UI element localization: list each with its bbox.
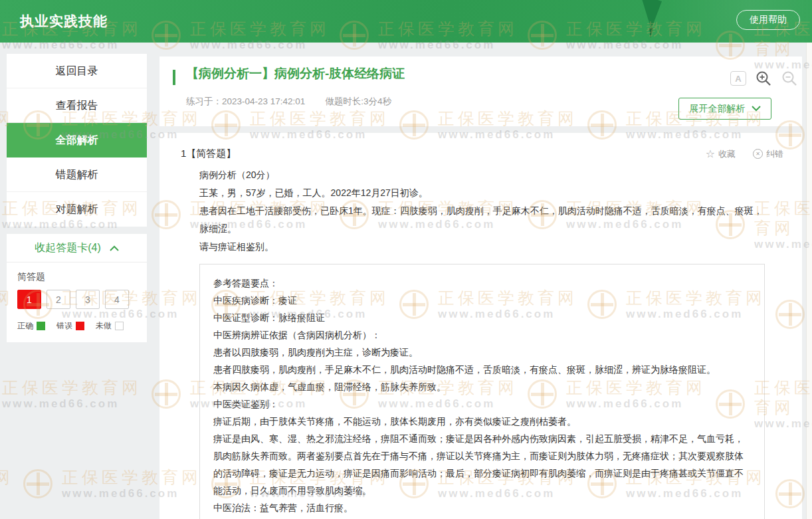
answer-card-panel: 收起答题卡(4) 简答题 1 2 3 4 正确 错误 未做 bbox=[7, 234, 147, 342]
answer-paragraph: 方剂名称：圣愈汤合补阳还五汤加减。 bbox=[213, 516, 751, 519]
question-paragraph: 王某，男，57岁，已婚，工人。2022年12月27日初诊。 bbox=[199, 184, 765, 202]
help-button[interactable]: 使用帮助 bbox=[736, 10, 800, 30]
question-actions: ☆ 收藏 ✕ 纠错 bbox=[706, 148, 783, 160]
expand-all-label: 展开全部解析 bbox=[690, 103, 746, 115]
legend-undone-label: 未做 bbox=[96, 320, 112, 332]
question-nav-group: 1 2 3 4 bbox=[17, 290, 147, 309]
report-error-button[interactable]: ✕ 纠错 bbox=[753, 148, 783, 160]
reference-answer-box: 参考答题要点： 中医疾病诊断：痿证 中医证型诊断：脉络瘀阻证 中医辨病辨证依据（… bbox=[199, 264, 765, 519]
practice-duration: 做题时长:3分4秒 bbox=[325, 96, 391, 106]
question-body: 病例分析（20分） 王某，男，57岁，已婚，工人。2022年12月27日初诊。 … bbox=[199, 166, 765, 519]
watermark-logo-icon bbox=[23, 469, 52, 498]
answer-paragraph: 患者四肢痿弱，肌肉瘦削，手足麻木不仁，肌肉活动时隐痛不适，舌质暗淡，有瘀点、瘀斑… bbox=[213, 361, 751, 378]
header: 执业实践技能 使用帮助 bbox=[0, 0, 812, 43]
legend-correct-label: 正确 bbox=[17, 320, 33, 332]
question-header: 1【简答题】 ☆ 收藏 ✕ 纠错 bbox=[181, 148, 783, 160]
pen-decoration-graphic bbox=[617, 0, 683, 43]
answer-paragraph: 本病因久病体虚，气虚血瘀，阻滞经络，筋脉失养所致。 bbox=[213, 378, 751, 395]
question-nav-4[interactable]: 4 bbox=[105, 290, 129, 309]
answer-paragraph: 中医治法：益气养营，活血行瘀。 bbox=[213, 499, 751, 516]
legend-correct-swatch bbox=[37, 322, 45, 330]
practice-time: 练习于：2023-04-23 17:42:01 bbox=[186, 96, 305, 106]
report-error-label: 纠错 bbox=[766, 148, 783, 160]
watermark: 正保医学教育网www.med66.com bbox=[0, 377, 142, 411]
favorite-button[interactable]: ☆ 收藏 bbox=[706, 148, 736, 160]
answer-paragraph: 中医疾病诊断：痿证 bbox=[213, 292, 751, 309]
legend: 正确 错误 未做 bbox=[17, 320, 147, 332]
legend-wrong-swatch bbox=[76, 322, 84, 330]
legend-wrong-label: 错误 bbox=[56, 320, 72, 332]
scrollbar-track[interactable] bbox=[806, 43, 812, 519]
sidebar-item-correct-analysis[interactable]: 对题解析 bbox=[7, 192, 147, 227]
legend-undone-swatch bbox=[115, 322, 124, 330]
question-heading: 1【简答题】 bbox=[181, 148, 236, 160]
page: 执业实践技能 使用帮助 返回目录 查看报告 全部解析 错题解析 对题解析 收起答… bbox=[0, 0, 812, 519]
question-paragraph: 请与痹证相鉴别。 bbox=[199, 238, 765, 256]
exam-title: 【病例分析一】病例分析-肢体经络病证 bbox=[186, 65, 405, 82]
sidebar-item-view-report[interactable]: 查看报告 bbox=[7, 88, 147, 123]
expand-all-button[interactable]: 展开全部解析 bbox=[678, 98, 771, 120]
chevron-down-icon bbox=[752, 106, 761, 112]
sidebar-menu: 返回目录 查看报告 全部解析 错题解析 对题解析 bbox=[7, 54, 147, 227]
question-type-label: 简答题 bbox=[17, 271, 147, 283]
question-nav-1[interactable]: 1 bbox=[17, 290, 41, 309]
sidebar-item-return-catalog[interactable]: 返回目录 bbox=[7, 54, 147, 88]
answer-paragraph: 患者以四肢痿弱，肌肉瘦削为主症，诊断为痿证。 bbox=[213, 344, 751, 361]
question-nav-3[interactable]: 3 bbox=[76, 290, 100, 309]
answer-paragraph: 中医辨病辨证依据（含病因病机分析）： bbox=[213, 326, 751, 344]
answer-paragraph: 痹证是由风、寒、湿、热之邪流注经络，痹阻不通而致；痿证是因各种外感内伤致病因素，… bbox=[213, 430, 751, 499]
chevron-up-icon bbox=[110, 245, 119, 251]
question-paragraph: 患者因在工地干活腰部受伤，已卧床1年。现症：四肢痿弱，肌肉瘦削，手足麻木不仁，肌… bbox=[199, 202, 765, 238]
view-tools: A bbox=[730, 70, 798, 87]
answer-card-toggle[interactable]: 收起答题卡(4) bbox=[7, 234, 147, 262]
sidebar-item-all-analysis[interactable]: 全部解析 bbox=[7, 123, 147, 157]
circle-x-icon: ✕ bbox=[753, 149, 763, 159]
answer-card-title: 收起答题卡(4) bbox=[35, 241, 101, 255]
answer-paragraph: 痹证后期，由于肢体关节疼痛，不能运动，肢体长期废用，亦有类似痿证之瘦削枯萎者。 bbox=[213, 413, 751, 430]
sidebar-item-wrong-analysis[interactable]: 错题解析 bbox=[7, 157, 147, 192]
question-paragraph: 病例分析（20分） bbox=[199, 166, 765, 184]
question-card: 1【简答题】 ☆ 收藏 ✕ 纠错 病例分析（20分） 王某，男，57岁，已婚，工… bbox=[159, 133, 802, 519]
favorite-label: 收藏 bbox=[718, 148, 736, 160]
title-accent-bar bbox=[173, 70, 175, 85]
watermark: 正保医学教育网www.med66.com bbox=[0, 467, 13, 500]
zoom-in-icon[interactable] bbox=[755, 70, 772, 87]
star-icon: ☆ bbox=[706, 148, 715, 160]
practice-meta: 练习于：2023-04-23 17:42:01 做题时长:3分4秒 bbox=[186, 96, 409, 108]
font-size-icon[interactable]: A bbox=[730, 71, 746, 86]
zoom-out-icon[interactable] bbox=[781, 70, 798, 87]
exam-header-card: 【病例分析一】病例分析-肢体经络病证 A 练习于：2023-04-23 17:4… bbox=[159, 56, 802, 126]
answer-paragraph: 参考答题要点： bbox=[213, 274, 751, 292]
page-title: 执业实践技能 bbox=[20, 0, 108, 43]
answer-paragraph: 中医证型诊断：脉络瘀阻证 bbox=[213, 309, 751, 326]
answer-paragraph: 中医类证鉴别： bbox=[213, 395, 751, 413]
question-nav-2[interactable]: 2 bbox=[47, 290, 70, 309]
question-type: 【简答题】 bbox=[186, 148, 236, 159]
